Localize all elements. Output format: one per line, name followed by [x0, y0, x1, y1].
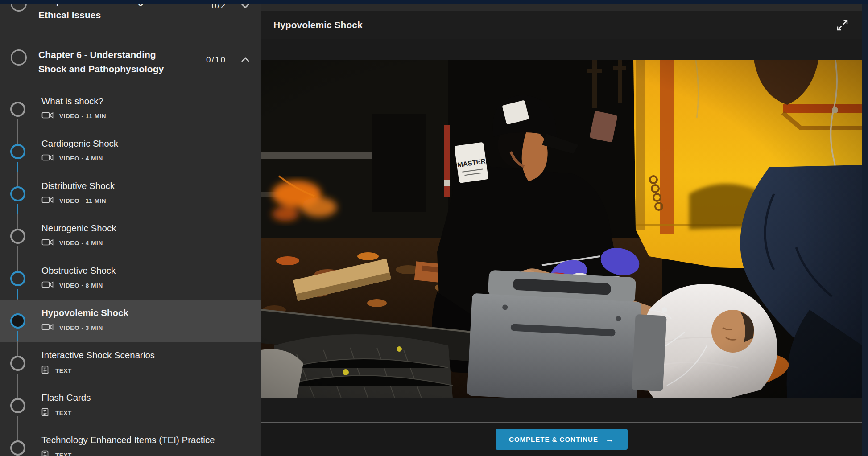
lesson-type-duration: VIDEO · 3 MIN — [59, 325, 103, 331]
lesson-list: What is shock? VIDEO · 11 MIN Cardiogeni… — [0, 88, 261, 456]
chapter-4-header[interactable]: Chapter 4 - Medical/Legal and Ethical Is… — [0, 4, 261, 28]
lesson-type-duration: TEXT — [55, 452, 72, 456]
chapter-progress-count: 0/2 — [212, 4, 226, 11]
course-curriculum-sidebar: Chapter 4 - Medical/Legal and Ethical Is… — [0, 4, 261, 456]
lesson-status-circle — [10, 356, 25, 371]
chevron-up-icon[interactable] — [240, 57, 250, 63]
lesson-row-hypovolemic-shock[interactable]: Hypovolemic Shock VIDEO · 3 MIN — [0, 300, 261, 342]
lesson-footer: COMPLETE & CONTINUE → — [261, 422, 862, 456]
progress-connector-segment — [17, 162, 18, 172]
chapter-progress-count: 0/10 — [206, 55, 226, 65]
lesson-type-duration: VIDEO · 8 MIN — [59, 282, 103, 289]
lesson-type-duration: VIDEO · 4 MIN — [59, 155, 103, 162]
lesson-type-duration: TEXT — [55, 367, 72, 374]
chapter-progress-circle — [11, 4, 27, 12]
video-camera-icon — [41, 196, 54, 205]
lesson-row-what-is-shock[interactable]: What is shock? VIDEO · 11 MIN — [0, 88, 261, 131]
complete-continue-label: COMPLETE & CONTINUE — [509, 435, 598, 443]
lesson-status-circle — [10, 229, 25, 244]
lesson-row-flash-cards[interactable]: Flash Cards TEXT — [0, 385, 261, 427]
progress-connector-segment — [17, 289, 18, 299]
lesson-status-circle — [10, 102, 25, 117]
video-still-illustration: MASTER — [261, 60, 862, 398]
arrow-right-icon: → — [605, 436, 614, 443]
lesson-row-interactive-shock-scenarios[interactable]: Interactive Shock Scenarios TEXT — [0, 342, 261, 385]
top-navy-bar — [0, 0, 868, 4]
lesson-title: Distributive Shock — [41, 180, 252, 192]
text-lesson-icon — [41, 408, 50, 418]
page-title: Hypovolemic Shock — [273, 20, 363, 30]
lesson-title: Obstructive Shock — [41, 265, 252, 276]
chapter-title: Chapter 4 - Medical/Legal and Ethical Is… — [38, 4, 172, 22]
lesson-title: Neurogenic Shock — [41, 222, 252, 234]
lesson-status-circle — [10, 271, 25, 286]
lesson-title: What is shock? — [41, 95, 252, 107]
lesson-title: Hypovolemic Shock — [41, 307, 252, 319]
lesson-title: Technology Enhanced Items (TEI) Practice — [41, 434, 252, 446]
video-letterbox: MASTER — [261, 39, 862, 422]
lesson-row-cardiogenic-shock[interactable]: Cardiogenic Shock VIDEO · 4 MIN — [0, 131, 261, 173]
lesson-type-duration: VIDEO · 4 MIN — [59, 240, 103, 246]
lesson-title: Interactive Shock Scenarios — [41, 349, 252, 361]
video-camera-icon — [41, 323, 54, 332]
lesson-status-circle — [10, 313, 25, 329]
progress-connector-segment — [17, 331, 18, 341]
chevron-down-icon[interactable] — [240, 4, 250, 9]
chapter-progress-circle — [11, 49, 27, 66]
lesson-panel: Hypovolemic Shock — [261, 11, 862, 456]
lesson-row-neurogenic-shock[interactable]: Neurogenic Shock VIDEO · 4 MIN — [0, 215, 261, 258]
expand-arrows-icon — [836, 19, 848, 31]
lesson-row-technology-enhanced-items-tei-practice[interactable]: Technology Enhanced Items (TEI) Practice… — [0, 427, 261, 456]
lesson-status-circle — [10, 440, 25, 456]
progress-connector-segment — [17, 204, 18, 214]
chapter-title: Chapter 6 - Understanding Shock and Path… — [38, 48, 172, 76]
video-camera-icon — [41, 111, 54, 120]
text-lesson-icon — [41, 366, 50, 376]
sidebar-divider — [11, 35, 250, 35]
expand-fullscreen-button[interactable] — [835, 17, 850, 33]
lesson-status-circle — [10, 398, 25, 413]
lesson-row-obstructive-shock[interactable]: Obstructive Shock VIDEO · 8 MIN — [0, 258, 261, 300]
lesson-row-distributive-shock[interactable]: Distributive Shock VIDEO · 11 MIN — [0, 173, 261, 215]
video-camera-icon — [41, 238, 54, 247]
lesson-type-duration: TEXT — [55, 410, 72, 416]
complete-continue-button[interactable]: COMPLETE & CONTINUE → — [496, 429, 628, 450]
text-lesson-icon — [41, 450, 50, 456]
lesson-type-duration: VIDEO · 11 MIN — [59, 197, 106, 204]
lesson-header: Hypovolemic Shock — [261, 11, 862, 39]
video-frame[interactable]: MASTER — [261, 60, 862, 398]
lesson-type-duration: VIDEO · 11 MIN — [59, 113, 106, 119]
chapter-6-header[interactable]: Chapter 6 - Understanding Shock and Path… — [0, 42, 261, 82]
lesson-title: Cardiogenic Shock — [41, 138, 252, 149]
lesson-title: Flash Cards — [41, 392, 252, 403]
page-right-margin — [862, 4, 868, 456]
video-camera-icon — [41, 281, 54, 290]
lesson-content-area: Hypovolemic Shock — [261, 4, 862, 456]
lesson-status-circle — [10, 144, 25, 159]
lesson-status-circle — [10, 186, 25, 201]
video-camera-icon — [41, 154, 54, 163]
